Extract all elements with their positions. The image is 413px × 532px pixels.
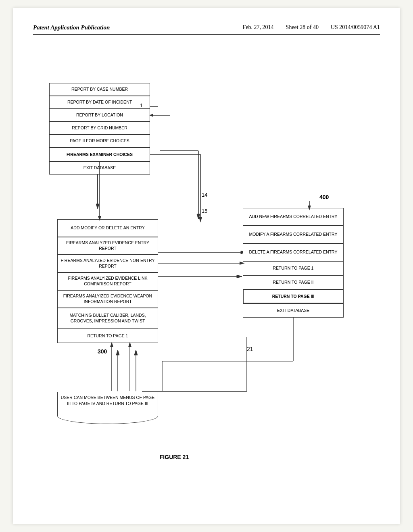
header: Patent Application Publication Feb. 27, …	[33, 24, 380, 35]
box-return-page1-menu3: RETURN TO PAGE 1	[243, 261, 344, 275]
box-report-location: REPORT BY LOCATION	[49, 109, 150, 122]
label-15: 15	[202, 208, 207, 214]
label-21: 21	[247, 346, 253, 352]
patent-number: US 2014/0059074 A1	[331, 24, 380, 31]
svg-marker-10	[134, 350, 138, 355]
svg-marker-8	[116, 350, 119, 355]
pub-info: Feb. 27, 2014 Sheet 28 of 40 US 2014/005…	[243, 24, 380, 31]
box-fa-entry-report: FIREARMS ANALYZED EVIDENCE ENTRY REPORT	[57, 237, 158, 255]
label-400: 400	[319, 194, 329, 200]
header-right: Feb. 27, 2014 Sheet 28 of 40 US 2014/005…	[243, 24, 380, 31]
note-box: USER CAN MOVE BETWEEN MENUS OF PAGE III …	[57, 392, 158, 424]
box-delete-correlated: DELETE A FIREARMS CORRELATED ENTRY	[243, 243, 344, 261]
box-return-page3: RETURN TO PAGE III	[243, 289, 344, 303]
box-return-page2: RETURN TO PAGE II	[243, 275, 344, 289]
box-report-date: REPORT BY DATE OF INCIDENT	[49, 96, 150, 109]
box-report-grid: REPORT BY GRID NUMBER	[49, 122, 150, 135]
patent-app-label: Patent Application Publication	[33, 24, 110, 31]
box-modify-correlated: MODIFY A FIREARMS CORRELATED ENTRY	[243, 226, 344, 243]
diagram: REPORT BY CASE NUMBER REPORT BY DATE OF …	[33, 47, 380, 490]
box-return-page1-menu2: RETURN TO PAGE 1	[57, 329, 158, 343]
box-exit-db-3: EXIT DATABASE	[243, 303, 344, 318]
box-add-new-correlated: ADD NEW FIREARMS CORRELATED ENTRY	[243, 208, 344, 226]
box-matching-bullet: MATCHING BULLET CALIBER, LANDS, GROOVES,…	[57, 308, 158, 329]
page: Patent Application Publication Feb. 27, …	[13, 8, 400, 524]
label-300: 300	[98, 348, 107, 355]
figure-caption: FIGURE 21	[114, 454, 235, 460]
sheet-info: Sheet 28 of 40	[286, 24, 319, 31]
box-report-case: REPORT BY CASE NUMBER	[49, 83, 150, 96]
box-add-modify: ADD MODIFY OR DELETE AN ENTRY	[57, 219, 158, 237]
svg-marker-24	[199, 217, 202, 222]
header-left: Patent Application Publication	[33, 24, 110, 31]
pub-date: Feb. 27, 2014	[243, 24, 274, 31]
box-fa-weapon: FIREARMS ANALYIZED EVIDENCE WEAPON INFOR…	[57, 290, 158, 308]
box-fa-non-entry: FIREARMS ANALYZED EVIDENCE NON-ENTRY REP…	[57, 255, 158, 272]
label-14: 14	[202, 192, 207, 198]
label-1: 1	[140, 102, 143, 108]
svg-marker-5	[237, 275, 242, 278]
box-fa-link: FIREARMS ANALYIZED EVIDENCE LINK COMPARI…	[57, 272, 158, 290]
box-firearms-examiner: FIREARMS EXAMINER CHOICES	[49, 148, 150, 162]
box-exit-db-1: EXIT DATABASE	[49, 162, 150, 175]
svg-marker-15	[197, 214, 200, 219]
svg-marker-3	[96, 204, 99, 209]
box-page-ii: PAGE II FOR MORE CHOICES	[49, 135, 150, 148]
